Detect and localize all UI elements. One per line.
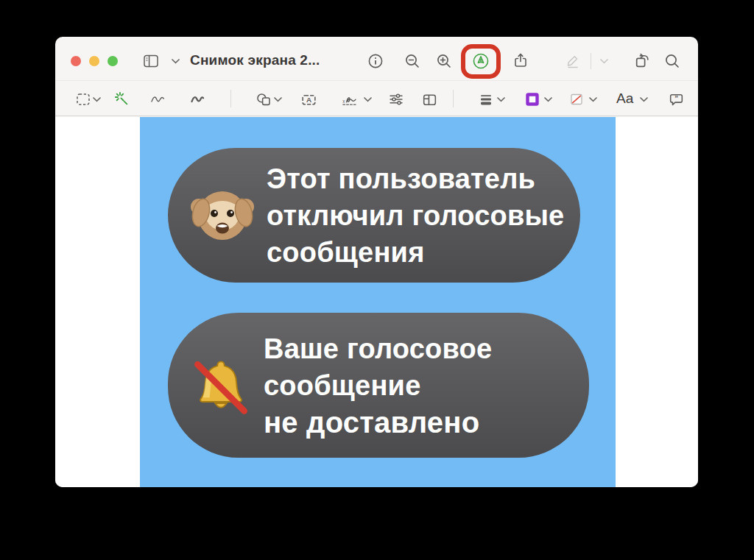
- speech-bubble-not-delivered: Ваше голосовое сообщение не доставлено: [168, 313, 589, 458]
- chevron-down-icon[interactable]: [496, 96, 505, 103]
- bubble-bold-text: не доставлено: [264, 404, 492, 441]
- sidebar-toggle-icon[interactable]: [140, 50, 162, 72]
- shape-style-icon[interactable]: [475, 88, 497, 110]
- toolbar-separator: [453, 90, 454, 107]
- chevron-down-icon[interactable]: [92, 96, 101, 103]
- markup-toolbar: A x: [55, 81, 698, 116]
- bell-with-slash-emoji: [186, 350, 256, 421]
- rotate-icon[interactable]: [631, 49, 653, 71]
- document-canvas: Этот пользователь отключил голосовые соо…: [55, 117, 698, 487]
- sketch-icon[interactable]: [147, 88, 169, 110]
- toolbar-separator: [230, 90, 231, 107]
- svg-text:x: x: [342, 99, 345, 104]
- adjust-size-icon[interactable]: [418, 88, 440, 110]
- text-box-icon[interactable]: A: [297, 88, 320, 110]
- chevron-down-icon: [599, 57, 608, 65]
- text-style-icon[interactable]: Aa: [616, 91, 633, 107]
- adjust-color-icon[interactable]: [385, 88, 407, 110]
- highlight-icon: [562, 50, 584, 72]
- draw-icon[interactable]: [186, 88, 208, 110]
- chevron-down-icon[interactable]: [543, 96, 552, 103]
- titlebar: Снимок экрана 2...: [55, 37, 698, 81]
- selection-tool-icon[interactable]: [72, 88, 94, 110]
- hear-no-evil-monkey-emoji: [186, 179, 259, 252]
- chevron-down-icon[interactable]: [171, 57, 180, 65]
- chevron-down-icon[interactable]: [363, 96, 372, 103]
- share-icon[interactable]: [510, 49, 532, 71]
- shapes-icon[interactable]: [253, 88, 275, 110]
- annotations-icon[interactable]: ”: [665, 88, 687, 110]
- border-color-icon[interactable]: [521, 88, 543, 110]
- annotation-circle-markup: [461, 44, 501, 79]
- info-icon[interactable]: [364, 50, 387, 72]
- screenshot-image: Этот пользователь отключил голосовые соо…: [140, 117, 616, 487]
- instant-alpha-icon[interactable]: [111, 88, 133, 110]
- bubble-text: Ваше голосовое сообщение не доставлено: [264, 330, 492, 441]
- zoom-out-icon[interactable]: [401, 50, 423, 72]
- fill-color-icon[interactable]: [566, 88, 588, 110]
- svg-text:A: A: [306, 96, 311, 104]
- window-title: Снимок экрана 2...: [190, 52, 320, 68]
- speech-bubble-voice-disabled: Этот пользователь отключил голосовые соо…: [168, 148, 580, 283]
- chevron-down-icon[interactable]: [639, 96, 648, 103]
- titlebar-separator: [591, 53, 591, 69]
- preview-window: Снимок экрана 2...: [55, 37, 698, 487]
- desktop: { "colors": { "page_bg": "#000000", "win…: [0, 0, 754, 560]
- maximize-button[interactable]: [108, 56, 118, 66]
- signature-icon[interactable]: x: [339, 88, 362, 110]
- close-button[interactable]: [71, 56, 81, 66]
- bubble-text: Этот пользователь отключил голосовые соо…: [267, 160, 564, 271]
- chevron-down-icon[interactable]: [273, 96, 282, 103]
- chevron-down-icon[interactable]: [588, 96, 597, 103]
- minimize-button[interactable]: [89, 56, 99, 66]
- zoom-in-icon[interactable]: [433, 50, 455, 72]
- search-icon[interactable]: [661, 50, 683, 72]
- svg-text:”: ”: [674, 94, 678, 102]
